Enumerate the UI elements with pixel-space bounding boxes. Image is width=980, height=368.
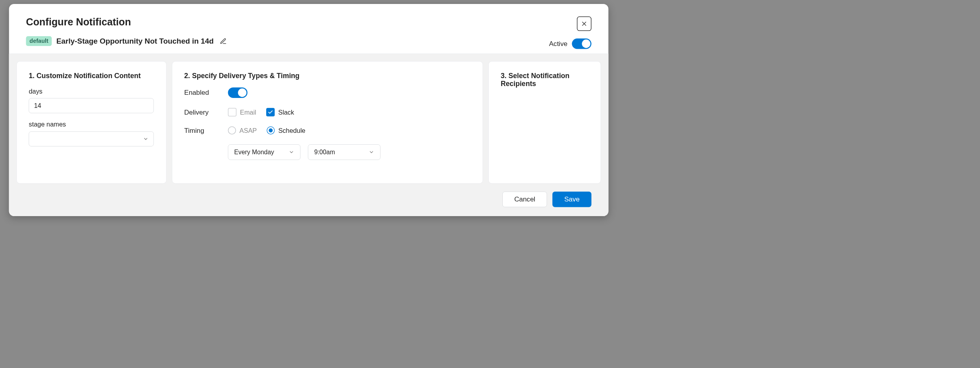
default-badge: default [26, 36, 52, 46]
delivery-slack-option: Slack [266, 108, 294, 116]
close-button[interactable] [577, 17, 592, 31]
timing-options: ASAP Schedule [228, 126, 306, 134]
active-label: Active [549, 40, 567, 48]
delivery-options: Email Slack [228, 108, 294, 116]
delivery-email-option: Email [228, 108, 256, 116]
days-input[interactable] [29, 98, 154, 113]
schedule-time-dropdown[interactable]: 9:00am [308, 144, 380, 160]
close-icon [580, 20, 588, 27]
asap-radio [228, 126, 236, 134]
timing-asap-option[interactable]: ASAP [228, 126, 257, 134]
schedule-day-dropdown[interactable]: Every Monday [228, 144, 301, 160]
slack-label: Slack [278, 108, 294, 116]
email-checkbox[interactable] [228, 108, 236, 116]
schedule-dropdowns: Every Monday 9:00am [228, 144, 471, 160]
asap-label: ASAP [240, 126, 257, 134]
schedule-label: Schedule [278, 126, 305, 134]
delivery-row: Delivery Email Slack [184, 108, 471, 116]
timing-schedule-option[interactable]: Schedule [267, 126, 305, 134]
panel-delivery-timing: 2. Specify Delivery Types & Timing Enabl… [172, 61, 483, 184]
enabled-toggle[interactable] [228, 88, 248, 98]
delivery-label: Delivery [184, 108, 228, 116]
pencil-icon[interactable] [220, 38, 227, 45]
active-toggle[interactable] [572, 38, 591, 49]
panel1-heading: 1. Customize Notification Content [29, 72, 154, 80]
timing-label: Timing [184, 126, 228, 134]
check-icon [268, 109, 273, 115]
stagenames-label: stage names [29, 121, 154, 128]
page-title: Configure Notification [26, 17, 592, 28]
panel-recipients: 3. Select Notification Recipients [488, 61, 601, 184]
chevron-down-icon [289, 150, 294, 155]
active-row: Active [549, 38, 592, 49]
schedule-radio [267, 126, 275, 134]
save-button[interactable]: Save [553, 192, 592, 207]
modal-footer: Cancel Save [503, 192, 592, 207]
days-label: days [29, 88, 154, 96]
chevron-down-icon [143, 136, 148, 142]
modal-header: Configure Notification default Early-Sta… [9, 4, 609, 54]
timing-row: Timing ASAP Schedule [184, 126, 471, 134]
cancel-button[interactable]: Cancel [503, 192, 547, 207]
panel-customize-content: 1. Customize Notification Content days s… [17, 61, 167, 184]
stagenames-select[interactable] [29, 131, 154, 146]
chevron-down-icon [369, 150, 374, 155]
schedule-day-value: Every Monday [234, 149, 274, 156]
enabled-label: Enabled [184, 89, 228, 97]
email-label: Email [240, 108, 256, 116]
configure-notification-modal: Configure Notification default Early-Sta… [9, 4, 609, 216]
slack-checkbox[interactable] [266, 108, 275, 116]
panel3-heading: 3. Select Notification Recipients [501, 72, 589, 88]
enabled-row: Enabled [184, 88, 471, 98]
title-row: default Early-Stage Opportunity Not Touc… [26, 36, 592, 46]
schedule-time-value: 9:00am [314, 149, 335, 156]
panel2-heading: 2. Specify Delivery Types & Timing [184, 72, 471, 80]
notification-name: Early-Stage Opportunity Not Touched in 1… [56, 37, 214, 45]
